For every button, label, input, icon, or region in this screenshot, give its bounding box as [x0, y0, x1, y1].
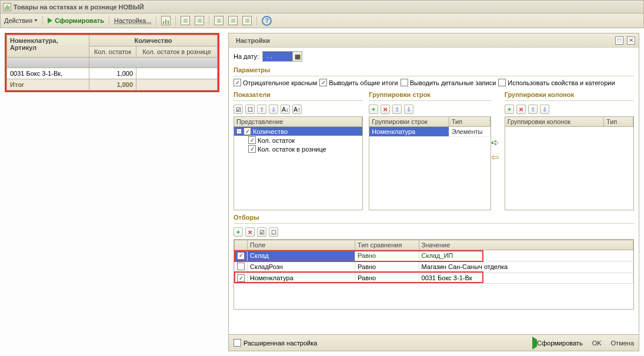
col-representation: Представление [234, 117, 362, 126]
col-type: Тип [604, 117, 633, 126]
play-icon [532, 337, 537, 350]
configure-link[interactable]: Настройка... [114, 17, 151, 24]
level-3-icon[interactable] [242, 16, 252, 25]
actions-label: Действия [4, 17, 32, 24]
indicators-box[interactable]: Представление −✓ Количество ✓Кол. остато… [233, 116, 363, 210]
tree-collapse-icon[interactable] [181, 16, 190, 25]
result-grid[interactable]: Номенклатура, Артикул Количество Кол. ос… [6, 35, 218, 90]
total-row: Итог 1,000 [7, 79, 218, 90]
main-toolbar: Действия Сформировать Настройка... ? [0, 13, 644, 28]
blank-cell [7, 58, 89, 68]
uncheck-all-icon[interactable]: ☐ [269, 227, 278, 237]
col-val[interactable]: Значение [419, 240, 633, 250]
separator [109, 16, 109, 25]
filters-table[interactable]: Поле Тип сравнения Значение ✓ Склад Равн… [233, 239, 634, 310]
tree-item-retail[interactable]: ✓Кол. остаток в рознице [234, 145, 362, 153]
tree-item-balance[interactable]: ✓Кол. остаток [234, 136, 362, 145]
delete-icon[interactable]: ✕ [516, 105, 526, 114]
check-details[interactable]: Выводить детальные записи [401, 79, 496, 86]
col-type: Тип [449, 117, 490, 126]
delete-icon[interactable]: ✕ [381, 105, 390, 114]
row-groups-label: Группировки строк [369, 91, 490, 98]
move-up-icon[interactable]: ⇧ [257, 105, 266, 114]
generate-button[interactable]: Сформировать [48, 17, 104, 24]
date-value: . . [263, 52, 292, 61]
row-group-item[interactable]: Номенклатура Элементы [369, 127, 490, 137]
level-1-icon[interactable] [214, 16, 223, 25]
chart-icon[interactable] [161, 16, 171, 25]
window-title: Товары на остатках и в рознице НОВЫЙ [14, 4, 144, 11]
actions-menu[interactable]: Действия [4, 17, 38, 24]
col-field[interactable]: Поле [248, 240, 355, 250]
separator [256, 16, 257, 25]
separator [156, 16, 156, 25]
window-titlebar: Товары на остатках и в рознице НОВЫЙ [0, 0, 644, 13]
move-up-icon[interactable]: ⇧ [392, 105, 402, 114]
check-totals[interactable]: ✓Выводить общие итоги [319, 79, 398, 86]
total-label: Итог [7, 79, 89, 90]
move-up-icon[interactable]: ⇧ [528, 105, 538, 114]
filter-row[interactable]: ✓ Склад Равно Склад_ИП [235, 250, 633, 261]
separator [209, 16, 209, 25]
total-retail [136, 79, 218, 90]
col-row-groups: Группировки строк [369, 117, 449, 126]
check-neg-red[interactable]: ✓Отрицательное красным [233, 79, 317, 86]
params-checks: ✓Отрицательное красным ✓Выводить общие и… [233, 79, 634, 86]
total-balance: 1,000 [89, 79, 136, 90]
tree-expand-icon[interactable] [195, 16, 204, 25]
separator [175, 16, 176, 25]
sort-desc-icon[interactable]: A↑ [292, 105, 302, 114]
cell-name: 0031 Бокс 3-1-Вк, [7, 68, 89, 79]
move-down-icon[interactable]: ⇩ [540, 105, 549, 114]
check-props[interactable]: Использовать свойства и категории [498, 79, 615, 86]
filters-label: Отборы [233, 214, 634, 221]
generate-label: Сформировать [55, 17, 104, 24]
filter-row[interactable]: СкладРозн Равно Магазин Сан-Саныч отделк… [235, 261, 633, 273]
chevron-down-icon [34, 19, 38, 22]
add-icon[interactable]: ＋ [369, 105, 378, 114]
col-retail[interactable]: Кол. остаток в рознице [136, 46, 218, 58]
play-icon [48, 18, 52, 23]
level-2-icon[interactable] [228, 16, 238, 25]
tree-item-qty[interactable]: −✓ Количество [234, 127, 362, 136]
add-icon[interactable]: ＋ [233, 227, 243, 237]
result-grid-frame: Номенклатура, Артикул Количество Кол. ос… [5, 33, 219, 92]
settings-panel: Настройки □ ✕ На дату: . . ▦ Параметры ✓… [228, 33, 639, 351]
col-groups-box[interactable]: Группировки колонок Тип [505, 116, 634, 210]
ok-button[interactable]: OK [592, 340, 602, 347]
maximize-icon[interactable]: □ [615, 36, 623, 45]
uncheck-all-icon[interactable]: ☐ [245, 105, 255, 114]
help-icon[interactable]: ? [262, 16, 272, 26]
close-icon[interactable]: ✕ [627, 36, 635, 45]
report-icon [3, 3, 11, 11]
sort-asc-icon[interactable]: A↓ [281, 105, 290, 114]
settings-title: Настройки [236, 37, 612, 44]
check-all-icon[interactable]: ☑ [233, 105, 243, 114]
advanced-check[interactable]: Расширенная настройка [233, 339, 317, 347]
blank-cell [89, 58, 218, 68]
filter-row[interactable]: ✓ Номенклатура Равно 0031 Бокс 3-1-Вк [235, 273, 633, 284]
date-input[interactable]: . . ▦ [262, 51, 302, 62]
move-down-icon[interactable]: ⇩ [269, 105, 278, 114]
check-all-icon[interactable]: ☑ [257, 227, 266, 237]
col-balance[interactable]: Кол. остаток [89, 46, 136, 58]
col-qty[interactable]: Количество [89, 35, 218, 46]
row-groups-box[interactable]: Группировки строк Тип Номенклатура Элеме… [369, 116, 490, 210]
col-cmp[interactable]: Тип сравнения [355, 240, 419, 250]
move-left-icon[interactable]: ⇦ [491, 152, 499, 163]
calendar-icon[interactable]: ▦ [292, 52, 302, 61]
add-icon[interactable]: ＋ [505, 105, 514, 114]
col-groups-label: Группировки колонок [505, 91, 634, 98]
move-right-icon[interactable]: ➪ [491, 137, 499, 148]
col-nomenclature[interactable]: Номенклатура, Артикул [7, 35, 89, 58]
delete-icon[interactable]: ✕ [245, 227, 255, 237]
date-label: На дату: [233, 53, 259, 60]
table-row[interactable]: 0031 Бокс 3-1-Вк, 1,000 [7, 68, 218, 79]
move-down-icon[interactable]: ⇩ [404, 105, 413, 114]
cell-retail [136, 68, 218, 79]
separator [42, 16, 43, 25]
generate-button[interactable]: Сформировать [532, 340, 583, 347]
col-col-groups: Группировки колонок [505, 117, 604, 126]
params-label: Параметры [233, 66, 634, 73]
cancel-button[interactable]: Отмена [611, 340, 634, 347]
